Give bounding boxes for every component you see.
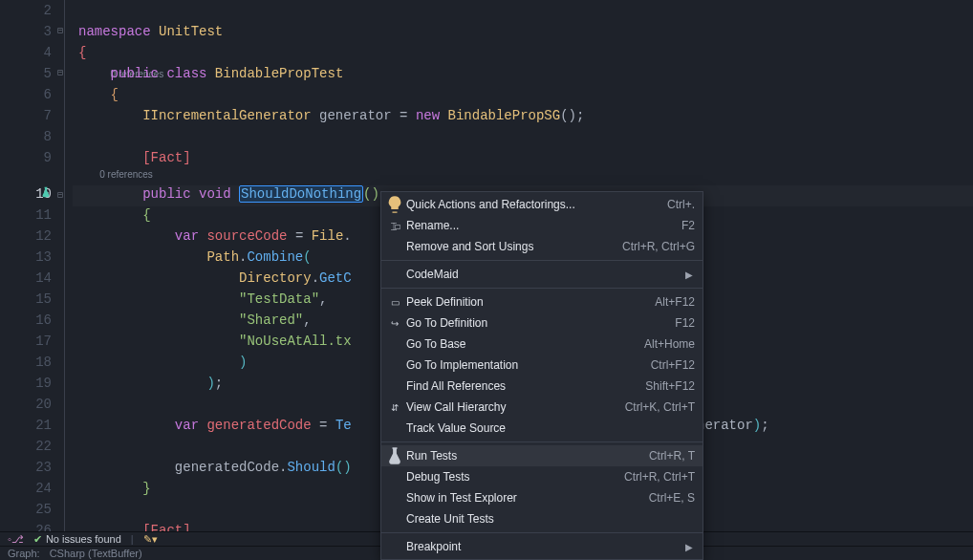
line-number: 25 (0, 499, 52, 520)
menu-item-label: Rename... (404, 219, 681, 232)
blank-icon (385, 539, 404, 554)
menu-item-label: Find All References (404, 379, 645, 393)
line-number: 7 (0, 105, 52, 126)
blank-icon (385, 357, 404, 373)
menu-item-shortcut: Alt+Home (644, 337, 695, 351)
status-issues[interactable]: ✔ No issues found (33, 533, 121, 546)
menu-item-shortcut: Ctrl+E, S (649, 491, 695, 505)
bulb-icon (385, 197, 404, 212)
menu-separator (381, 288, 703, 289)
test-glyph-icon[interactable] (40, 186, 52, 198)
menu-item-go-to-implementation[interactable]: Go To ImplementationCtrl+F12 (381, 355, 703, 376)
context-menu[interactable]: Quick Actions and Refactorings...Ctrl+.⌶… (380, 191, 703, 560)
menu-item-label: Show in Test Explorer (404, 491, 649, 505)
menu-item-shortcut: Shift+F12 (645, 379, 695, 393)
menu-item-shortcut: Ctrl+R, Ctrl+T (624, 470, 695, 484)
line-number: 8 (0, 126, 52, 147)
menu-item-label: Go To Definition (404, 316, 675, 330)
line-number (0, 168, 52, 183)
menu-item-go-to-definition[interactable]: ↪Go To DefinitionF12 (381, 312, 703, 334)
line-number: 2 (0, 0, 52, 21)
blank-icon (385, 378, 404, 394)
line-number: 13 (0, 247, 52, 268)
line-number: 15 (0, 289, 52, 310)
code-line: namespace UnitTest (78, 21, 973, 42)
line-number: 17 (0, 331, 52, 352)
menu-item-shortcut: Ctrl+R, T (649, 449, 695, 463)
line-number: 18 (0, 352, 52, 373)
menu-item-quick-actions-and-refactorings[interactable]: Quick Actions and Refactorings...Ctrl+. (381, 194, 703, 215)
menu-item-label: Track Value Source (404, 421, 695, 435)
line-number: 23 (0, 457, 52, 478)
status-graph-value[interactable]: CSharp (TextBuffer) (50, 548, 142, 559)
menu-item-label: View Call Hierarchy (404, 400, 625, 414)
menu-item-label: Run Tests (404, 449, 649, 463)
status-issues-label: No issues found (46, 533, 121, 545)
submenu-arrow-icon: ▶ (685, 542, 695, 552)
menu-item-debug-tests[interactable]: Debug TestsCtrl+R, Ctrl+T (381, 466, 703, 487)
line-number: 20 (0, 394, 52, 415)
menu-item-find-all-references[interactable]: Find All ReferencesShift+F12 (381, 376, 703, 397)
menu-item-label: Debug Tests (404, 470, 624, 484)
menu-item-view-call-hierarchy[interactable]: ⇵View Call HierarchyCtrl+K, Ctrl+T (381, 397, 703, 418)
menu-separator (381, 260, 703, 261)
menu-item-label: Go To Implementation (404, 358, 651, 372)
blank-icon (385, 511, 404, 527)
menu-item-shortcut: Ctrl+K, Ctrl+T (625, 400, 695, 414)
menu-item-codemaid[interactable]: CodeMaid▶ (381, 264, 703, 285)
menu-separator (381, 532, 703, 533)
code-line: public class BindablePropTest (78, 63, 973, 84)
line-number: 11 (0, 205, 52, 226)
blank-icon (385, 469, 404, 485)
menu-item-shortcut: Ctrl+. (667, 198, 695, 211)
menu-item-shortcut: F2 (681, 219, 695, 232)
code-line (78, 126, 973, 147)
menu-item-label: Peek Definition (404, 295, 655, 309)
line-number: 4 (0, 42, 52, 63)
menu-item-label: Remove and Sort Usings (404, 240, 622, 253)
menu-item-shortcut: Ctrl+R, Ctrl+G (622, 240, 695, 253)
line-number: 22 (0, 436, 52, 457)
menu-item-track-value-source[interactable]: Track Value Source (381, 418, 703, 439)
goto-icon: ↪ (385, 315, 404, 331)
status-brush-icon[interactable]: ✎▾ (143, 533, 158, 546)
codelens[interactable]: 0 references (78, 168, 973, 183)
blank-icon (385, 336, 404, 352)
menu-item-create-unit-tests[interactable]: Create Unit Tests (381, 508, 703, 529)
line-number: 14 (0, 268, 52, 289)
status-source-control-icon[interactable]: ◦⎇ (8, 533, 24, 546)
menu-item-shortcut: Alt+F12 (655, 295, 695, 309)
line-number: 6 (0, 84, 52, 105)
menu-item-rename[interactable]: ⌶☐Rename...F2 (381, 215, 703, 236)
menu-item-run-tests[interactable]: Run TestsCtrl+R, T (381, 445, 703, 466)
menu-item-go-to-base[interactable]: Go To BaseAlt+Home (381, 334, 703, 355)
flask-icon (385, 448, 404, 463)
line-number: 21 (0, 415, 52, 436)
blank-icon (385, 267, 404, 282)
rename-icon: ⌶☐ (385, 218, 404, 233)
line-number: 3 (0, 21, 52, 42)
blank-icon (385, 420, 404, 436)
menu-item-label: Create Unit Tests (404, 512, 695, 526)
blank-icon (385, 490, 404, 506)
code-line: IIncrementalGenerator generator = new Bi… (78, 105, 973, 126)
menu-item-label: Go To Base (404, 337, 644, 351)
line-number: 19 (0, 373, 52, 394)
line-number: 9 (0, 147, 52, 168)
menu-item-show-in-test-explorer[interactable]: Show in Test ExplorerCtrl+E, S (381, 487, 703, 508)
line-number: 12 (0, 226, 52, 247)
menu-item-label: Breakpoint (404, 540, 685, 553)
line-number: 16 (0, 310, 52, 331)
code-line: [Fact] (78, 147, 973, 168)
menu-item-peek-definition[interactable]: ▭Peek DefinitionAlt+F12 (381, 291, 703, 312)
menu-item-label: Quick Actions and Refactorings... (404, 198, 667, 211)
submenu-arrow-icon: ▶ (685, 269, 695, 280)
code-line: { (78, 84, 973, 105)
line-number: 26 (0, 520, 52, 531)
menu-item-remove-and-sort-usings[interactable]: Remove and Sort UsingsCtrl+R, Ctrl+G (381, 236, 703, 257)
menu-separator (381, 442, 703, 442)
menu-item-breakpoint[interactable]: Breakpoint▶ (381, 536, 703, 557)
menu-item-shortcut: F12 (675, 316, 695, 330)
line-number: 24 (0, 478, 52, 499)
peek-icon: ▭ (385, 294, 404, 310)
